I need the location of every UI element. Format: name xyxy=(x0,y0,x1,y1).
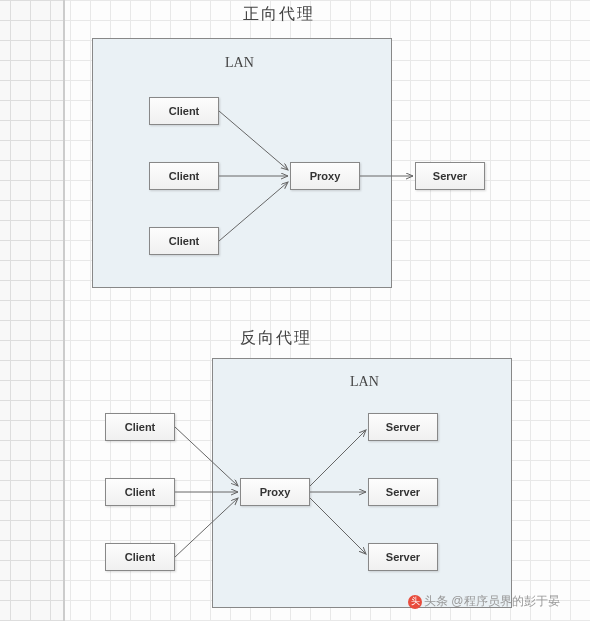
diagram2-client-1: Client xyxy=(105,413,175,441)
diagram1-client-2: Client xyxy=(149,162,219,190)
diagram2-proxy: Proxy xyxy=(240,478,310,506)
watermark-text: @程序员界的彭于晏 xyxy=(451,594,559,608)
diagram2-lan-label: LAN xyxy=(350,374,379,390)
watermark: 头头条 @程序员界的彭于晏 xyxy=(408,593,560,610)
diagram2-server-2: Server xyxy=(368,478,438,506)
diagram1-title: 正向代理 xyxy=(243,4,315,25)
diagram1-client-3: Client xyxy=(149,227,219,255)
watermark-icon: 头 xyxy=(408,595,422,609)
ruler-left xyxy=(0,0,65,621)
diagram2-client-2: Client xyxy=(105,478,175,506)
diagram2-client-3: Client xyxy=(105,543,175,571)
diagram1-lan-label: LAN xyxy=(225,55,254,71)
watermark-prefix: 头条 xyxy=(424,594,448,608)
diagram1-server: Server xyxy=(415,162,485,190)
diagram2-server-1: Server xyxy=(368,413,438,441)
diagram1-client-1: Client xyxy=(149,97,219,125)
diagram1-proxy: Proxy xyxy=(290,162,360,190)
diagram2-server-3: Server xyxy=(368,543,438,571)
diagram2-title: 反向代理 xyxy=(240,328,312,349)
